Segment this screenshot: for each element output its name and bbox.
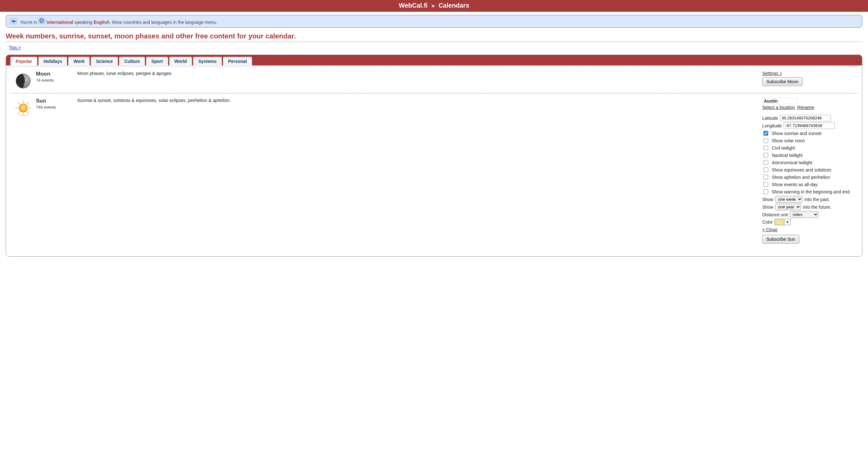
future-range-select[interactable]: one year (775, 204, 801, 210)
moon-icon (10, 71, 36, 90)
tab-world[interactable]: World (169, 57, 192, 65)
svg-point-6 (24, 84, 25, 85)
locale-notice: You're in international speaking English… (6, 15, 862, 28)
moon-settings-link[interactable]: Settings > (762, 71, 782, 76)
tab-systems[interactable]: Systems (193, 57, 222, 65)
longitude-label: Longitude (762, 123, 782, 128)
sun-option-row: Nautical twilight (762, 152, 858, 159)
latitude-input[interactable] (780, 115, 831, 121)
calendar-panel: PopularHolidaysWorkScienceCultureSportWo… (6, 55, 862, 257)
country-link[interactable]: international (46, 20, 73, 25)
calendar-row-sun: Sun 740 events Sunrise & sunset, solstic… (10, 93, 858, 247)
moon-description: Moon phases, lunar eclipses, perigee & a… (77, 71, 762, 90)
sun-title: Sun (36, 98, 74, 104)
sun-description: Sunrise & sunset, solstices & equinoxes,… (77, 98, 762, 243)
distance-unit-select[interactable]: miles (790, 211, 818, 218)
sun-option-checkbox[interactable] (764, 145, 768, 150)
color-swatch (775, 219, 784, 225)
sun-option-checkbox[interactable] (764, 175, 768, 179)
sun-option-label: Civil twilight (772, 145, 795, 151)
sun-option-row: Astronomical twilight (762, 159, 858, 166)
subscribe-sun-button[interactable]: Subscribe Sun (762, 235, 799, 243)
sun-settings-panel: Austin Select a location Rename Latitude… (762, 98, 858, 243)
arrow-icon (10, 19, 17, 24)
location-name: Austin (762, 98, 797, 104)
past-suffix: into the past. (804, 197, 830, 202)
sun-option-label: Show solar noon (772, 138, 805, 143)
color-label: Color (762, 220, 773, 225)
sun-option-checkbox[interactable] (764, 153, 768, 158)
tab-holidays[interactable]: Holidays (38, 57, 67, 65)
sun-option-label: Show warning in the beginning and end (772, 189, 849, 194)
future-suffix: into the future. (803, 204, 832, 209)
svg-line-11 (18, 103, 20, 104)
tab-body: Moon 74 events Moon phases, lunar eclips… (6, 66, 862, 256)
page-header: WebCal.fi » Calendars (0, 0, 868, 12)
chevron-down-icon: ▼ (784, 219, 790, 225)
section-title: Calendars (438, 2, 469, 9)
tab-science[interactable]: Science (91, 57, 118, 65)
past-range-select[interactable]: one week (775, 196, 803, 203)
language-link[interactable]: English (93, 20, 110, 25)
sun-option-checkbox[interactable] (764, 182, 768, 187)
sun-option-row: Show equinoxes and solstices (762, 166, 858, 173)
longitude-input[interactable] (784, 122, 835, 129)
sun-option-row: Show aphelion and perihelion (762, 174, 858, 181)
sun-option-row: Civil twilight (762, 144, 858, 151)
close-settings-link[interactable]: < Close (762, 227, 777, 232)
tab-sport[interactable]: Sport (146, 57, 168, 65)
breadcrumb-sep: » (431, 2, 435, 9)
sun-icon (10, 98, 36, 243)
color-picker[interactable]: ▼ (775, 219, 790, 225)
sun-option-checkbox[interactable] (764, 138, 768, 143)
moon-title: Moon (36, 71, 74, 77)
svg-point-5 (26, 81, 28, 83)
svg-point-16 (17, 115, 30, 116)
subscribe-moon-button[interactable]: Subscribe Moon (762, 77, 803, 86)
tab-strip: PopularHolidaysWorkScienceCultureSportWo… (6, 55, 862, 65)
distance-unit-label: Distance unit (762, 212, 788, 217)
site-title: WebCal.fi (399, 2, 428, 9)
tagline: Week numbers, sunrise, sunset, moon phas… (6, 32, 862, 40)
moon-count: 74 events (36, 78, 74, 83)
sun-option-checkbox[interactable] (764, 160, 768, 165)
globe-icon (38, 18, 45, 24)
sun-option-checkbox[interactable] (764, 131, 768, 136)
sun-option-row: Show sunrise and sunset (762, 130, 858, 137)
sun-option-row: Show events as all-day (762, 181, 858, 188)
sun-option-label: Nautical twilight (772, 153, 803, 158)
svg-point-4 (25, 77, 26, 79)
sun-option-label: Show aphelion and perihelion (772, 175, 830, 180)
rename-location-link[interactable]: Rename (798, 105, 814, 110)
sun-option-row: Show warning in the beginning and end (762, 188, 858, 195)
notice-text: You're in international speaking English… (20, 18, 217, 25)
sun-option-label: Astronomical twilight (772, 160, 812, 165)
tab-personal[interactable]: Personal (223, 57, 252, 65)
show-past-label: Show (762, 197, 773, 202)
latitude-label: Latitude (762, 116, 778, 121)
sun-option-label: Show equinoxes and solstices (772, 167, 832, 172)
calendar-row-moon: Moon 74 events Moon phases, lunar eclips… (10, 66, 858, 93)
sun-count: 740 events (36, 105, 74, 109)
tab-work[interactable]: Work (68, 57, 90, 65)
select-location-link[interactable]: Select a location (762, 105, 795, 110)
sun-option-checkbox[interactable] (764, 189, 768, 194)
sun-option-row: Show solar noon (762, 137, 858, 144)
tab-culture[interactable]: Culture (119, 57, 145, 65)
tab-popular[interactable]: Popular (10, 57, 37, 65)
sun-option-label: Show events as all-day (772, 182, 817, 187)
svg-line-12 (27, 111, 29, 113)
svg-point-15 (19, 103, 28, 112)
show-future-label: Show (762, 204, 773, 209)
sun-option-label: Show sunrise and sunset (772, 131, 821, 136)
tips-link[interactable]: Tips > (9, 45, 21, 50)
sun-option-checkbox[interactable] (764, 167, 768, 172)
svg-line-14 (18, 111, 20, 113)
svg-line-13 (27, 103, 29, 104)
